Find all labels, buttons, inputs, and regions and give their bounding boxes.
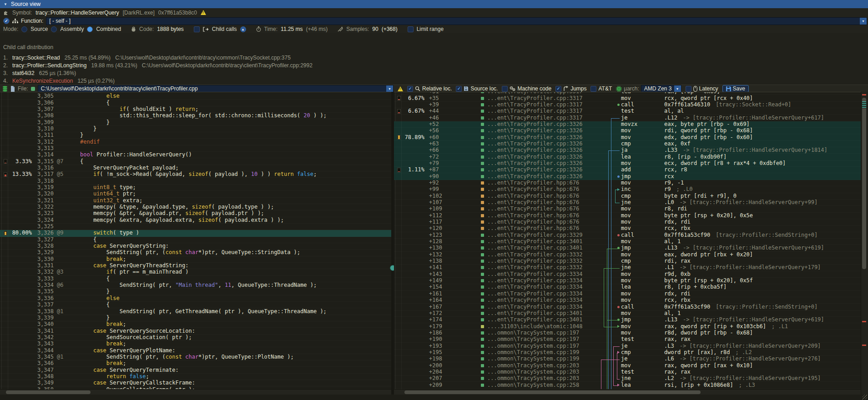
function-checkbox[interactable]: ✓ <box>3 18 10 24</box>
source-line[interactable]: 3,323 memcpy( &ptr, &payload.ptr, sizeof… <box>0 210 391 217</box>
asm-row[interactable]: +99...ent\TracyProfiler.hpp:676incr9; .L… <box>394 186 861 193</box>
source-line[interactable]: 3,314bool Profiler::HandleServerQuery() <box>0 152 391 158</box>
latency-checkbox[interactable] <box>686 86 691 92</box>
child-calls-checkbox[interactable] <box>194 26 200 32</box>
save-button[interactable]: Save <box>722 85 749 92</box>
asm-row[interactable]: 6.67%+35...ent\TracyProfiler.cpp:3317mov… <box>394 95 861 101</box>
asm-row[interactable]: +117...ent\TracyProfiler.hpp:676movrdx, … <box>394 219 861 225</box>
source-line[interactable]: 3,324 memcpy( &extra, &payload.extra, si… <box>0 217 391 224</box>
asm-row[interactable]: +190...ommon\TracySystem.cpp:197testrax,… <box>394 336 861 343</box>
asm-row[interactable]: +128...ent\TracyProfiler.cpp:3401moval, … <box>394 239 861 245</box>
mode-radio-combined[interactable] <box>87 26 93 32</box>
source-line[interactable]: 3,321 uint32_t extra; <box>0 198 391 204</box>
source-line[interactable]: 3,325 <box>0 224 391 230</box>
file-icon[interactable] <box>10 86 15 92</box>
source-line[interactable]: 3,343 break; <box>0 341 391 347</box>
source-line[interactable]: 3,341 case ServerQuerySourceLocation: <box>0 328 391 334</box>
asm-row[interactable]: +154...ent\TracyProfiler.cpp:3334lear8, … <box>394 284 861 290</box>
asm-row[interactable]: +200...ommon\TracySystem.cpp:203movrax, … <box>394 362 861 369</box>
asm-row[interactable]: +39...ent\TracyProfiler.cpp:3317call0x7f… <box>394 102 861 108</box>
asm-row[interactable]: +138...ent\TracyProfiler.cpp:3332cmprdi,… <box>394 258 861 265</box>
asm-row[interactable]: +193...ommon\TracySystem.cpp:197je.L3-> … <box>394 343 861 349</box>
asm-row[interactable]: +120...ent\TracyProfiler.hpp:676movrcx, … <box>394 225 861 232</box>
mode-radio-source[interactable] <box>21 26 27 32</box>
source-line[interactable]: 3,307 if( shouldExit ) return; <box>0 106 391 113</box>
asm-row[interactable]: +63...ent\TracyProfiler.cpp:3326cmpeax, … <box>394 141 861 147</box>
database-icon[interactable] <box>2 86 8 92</box>
asm-row[interactable]: +123...ent\TracyProfiler.cpp:3329call0x7… <box>394 232 861 239</box>
asm-row[interactable]: +143...ent\TracyProfiler.cpp:3334movr9d,… <box>394 271 861 278</box>
source-line[interactable]: 13.33%3,317@5 if( !m_sock->Read( &payloa… <box>0 171 391 178</box>
asm-row[interactable]: +52...ent\TracyProfiler.cpp:3326movzxeax… <box>394 121 861 128</box>
att-toggle[interactable]: AT&T <box>590 85 612 92</box>
assembly-vertical-scrollbar[interactable] <box>861 92 868 395</box>
chevron-down-icon[interactable]: ▼ <box>674 85 681 92</box>
uarch-select[interactable]: AMD Zen 3 ▼ <box>641 85 681 93</box>
asm-row[interactable]: +112...ent\TracyProfiler.hpp:676movbyte … <box>394 213 861 219</box>
file-select[interactable]: C:\Users\wolf\Desktop\darkrl\contrib\tra… <box>38 85 394 93</box>
child-call-row[interactable]: 3.stat64i32625 µs (1.36%) <box>3 70 76 77</box>
source-line[interactable]: 3,346 break; <box>0 360 391 367</box>
asm-row[interactable]: +102...ent\TracyProfiler.hpp:676cmpbyte … <box>394 193 861 200</box>
latency-toggle[interactable]: Latency <box>686 85 718 92</box>
source-line[interactable]: 3,312#endif <box>0 139 391 145</box>
limit-range-checkbox[interactable] <box>408 26 414 32</box>
asm-row[interactable]: +198...ommon\TracySystem.cpp:199je.L6-> … <box>394 356 861 362</box>
source-line[interactable]: 3,344 case ServerQueryPlotName: <box>0 347 391 354</box>
chevron-down-icon[interactable]: ▼ <box>860 18 867 25</box>
asm-row[interactable]: +195...ommon\TracySystem.cpp:199cmpdword… <box>394 350 861 356</box>
machine-code-checkbox[interactable] <box>502 86 508 92</box>
asm-row[interactable]: 78.89%+60...ent\TracyProfiler.cpp:3326mo… <box>394 134 861 140</box>
asm-row[interactable]: +109...ent\TracyProfiler.hpp:676movr8, r… <box>394 206 861 212</box>
asm-row[interactable]: +209...ommon\TracySystem.cpp:258learsi, … <box>394 382 861 388</box>
att-checkbox[interactable] <box>590 86 596 92</box>
source-line[interactable]: 3,311} <box>0 132 391 139</box>
source-line[interactable]: 3,329 SendString( ptr, (const char*)ptr,… <box>0 250 391 256</box>
asm-row[interactable]: +207...ommon\TracySystem.cpp:203jne.L2->… <box>394 375 861 382</box>
asm-row[interactable]: +79...ent\TracyProfiler.cpp:3326movecx, … <box>394 160 861 167</box>
source-line[interactable]: 3,322 memcpy( &type, &payload.type, size… <box>0 204 391 210</box>
asm-row[interactable]: +66...ent\TracyProfiler.cpp:3326ja.L33->… <box>394 147 861 154</box>
asm-row[interactable]: +92...ent\TracyProfiler.hpp:676movr9, -1 <box>394 180 861 186</box>
source-line[interactable]: 3,319 uint8_t type; <box>0 185 391 191</box>
child-call-row[interactable]: 2.tracy::Profiler::SendLongString19.88 m… <box>3 62 313 69</box>
asm-row[interactable]: +56...ent\TracyProfiler.cpp:3326movrdi, … <box>394 128 861 134</box>
asm-row[interactable]: +90...ent\TracyProfiler.cpp:3326jmprcx <box>394 173 861 180</box>
machine-code-toggle[interactable]: Machine code <box>502 85 551 92</box>
asm-row[interactable]: 6.67%+44...ent\TracyProfiler.cpp:3317tes… <box>394 108 861 115</box>
function-select[interactable]: [ - self - ] ▼ <box>46 17 867 25</box>
source-line[interactable]: 3,320 uint64_t ptr; <box>0 191 391 197</box>
asm-row[interactable]: +167...ent\TracyProfiler.cpp:3334call0x7… <box>394 304 861 310</box>
source-line[interactable]: 3,331 case ServerQueryThreadString: <box>0 263 391 269</box>
source-line[interactable]: 3,328 case ServerQueryString: <box>0 243 391 250</box>
source-line[interactable]: 3,336 else <box>0 295 391 302</box>
asm-row[interactable]: +186...ommon\TracySystem.cpp:197movr8d, … <box>394 330 861 336</box>
asm-row[interactable]: +132...ent\TracyProfiler.cpp:3332moveax,… <box>394 252 861 258</box>
asm-row[interactable]: +107...ent\TracyProfiler.hpp:676jne.L0->… <box>394 200 861 206</box>
source-line[interactable]: 3,310 } <box>0 126 391 132</box>
child-calls-label[interactable]: Child calls <box>212 26 237 32</box>
mode-option-source[interactable]: Source <box>30 26 48 32</box>
asm-row[interactable]: +179....31103\include\atomic:1048movrax,… <box>394 323 861 330</box>
limit-range-label[interactable]: Limit range <box>417 26 444 32</box>
asm-row[interactable]: +46...ent\TracyProfiler.cpp:3317je.L12->… <box>394 115 861 121</box>
source-line[interactable]: 3,313 <box>0 145 391 152</box>
source-line[interactable]: 3,349 case ServerQueryCallstackFrame: <box>0 380 391 386</box>
asm-row[interactable]: 1.11%+87...ent\TracyProfiler.cpp:3326add… <box>394 167 861 173</box>
source-line[interactable]: 3,347 case ServerQueryTerminate: <box>0 367 391 373</box>
collapse-icon[interactable]: ▼ <box>4 2 7 6</box>
source-line[interactable]: 3,333 { <box>0 276 391 282</box>
assembly-pane[interactable]: +31...ent\TracyProfiler.cpp:3317leardx, … <box>394 92 861 395</box>
asm-row[interactable]: +130...ent\TracyProfiler.cpp:3401jmp.L13… <box>394 245 861 251</box>
asm-row[interactable]: +141...ent\TracyProfiler.cpp:3332jne.L1-… <box>394 265 861 271</box>
source-line[interactable]: 3.33%3,315@7{ <box>0 158 391 165</box>
relative-loc-checkbox[interactable]: ✓ <box>407 86 413 92</box>
source-line[interactable]: 3,308 std::this_thread::sleep_for( std::… <box>0 113 391 119</box>
asm-row[interactable]: +72...ent\TracyProfiler.cpp:3326lear8, [… <box>394 154 861 160</box>
resize-grip[interactable] <box>862 395 867 400</box>
source-line[interactable]: 3,338@1 SendString( ptr, GetThreadName( … <box>0 308 391 315</box>
source-line[interactable]: 3,340 break; <box>0 321 391 328</box>
jumps-checkbox[interactable]: ✓ <box>555 86 561 92</box>
relative-loc-toggle[interactable]: ✓ Relative loc. <box>407 85 452 92</box>
source-line[interactable]: 3,305 else <box>0 93 391 100</box>
